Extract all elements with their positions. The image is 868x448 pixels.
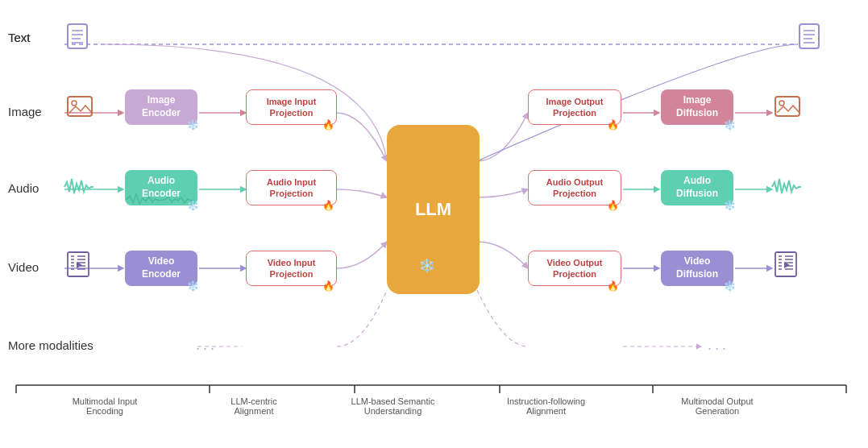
svg-rect-22 [68,24,87,48]
audio-row-label: Audio [8,181,39,195]
video-icon-left [66,251,95,283]
snowflake-image-encoder: ❄️ [187,119,199,131]
text-icon-left [66,23,93,60]
svg-point-33 [72,101,77,106]
bottom-label-3: LLM-based SemanticUnderstanding [322,396,463,416]
svg-point-47 [779,101,784,106]
bottom-label-4: Instruction-followingAlignment [476,396,617,416]
snowflake-video-diffusion: ❄️ [724,280,736,292]
snowflake-audio-diffusion: ❄️ [724,200,736,211]
svg-rect-32 [68,97,92,116]
bottom-label-2: LLM-centricAlignment [189,396,318,416]
image-icon-right [774,95,803,127]
snowflake-llm: ❄️ [419,258,435,273]
fire-image-input: 🔥 [322,119,334,131]
video-row-label: Video [8,260,39,274]
svg-rect-27 [799,24,819,48]
bottom-label-5: Multimodal OutputGeneration [645,396,790,416]
text-icon-right [798,23,825,58]
video-diffusion-box: VideoDiffusion [661,251,733,286]
fire-video-input: 🔥 [322,280,334,292]
image-icon-left [66,95,95,127]
snowflake-image-diffusion: ❄️ [724,119,736,131]
audio-diffusion-box: AudioDiffusion [661,170,733,205]
fire-audio-output: 🔥 [607,200,619,211]
fire-image-output: 🔥 [607,119,619,131]
image-diffusion-box: ImageDiffusion [661,89,733,125]
image-row-label: Image [8,105,42,118]
audio-encoder-waveform [125,193,197,209]
more-modalities-dots-left: ··· [196,340,218,357]
fire-video-output: 🔥 [607,280,619,292]
audio-icon-right [770,176,803,201]
more-modalities-dots-right: ··· [708,340,729,357]
text-label-display: Text [8,31,31,44]
video-icon-right [774,251,803,283]
svg-rect-46 [775,97,799,116]
snowflake-video-encoder: ❄️ [187,280,199,292]
bottom-label-1: Multimodal InputEncoding [24,396,185,416]
fire-audio-input: 🔥 [322,200,334,211]
more-modalities-label: More modalities [8,338,93,352]
audio-icon-left [63,176,95,201]
diagram-container: Text Image Audio [0,0,868,448]
